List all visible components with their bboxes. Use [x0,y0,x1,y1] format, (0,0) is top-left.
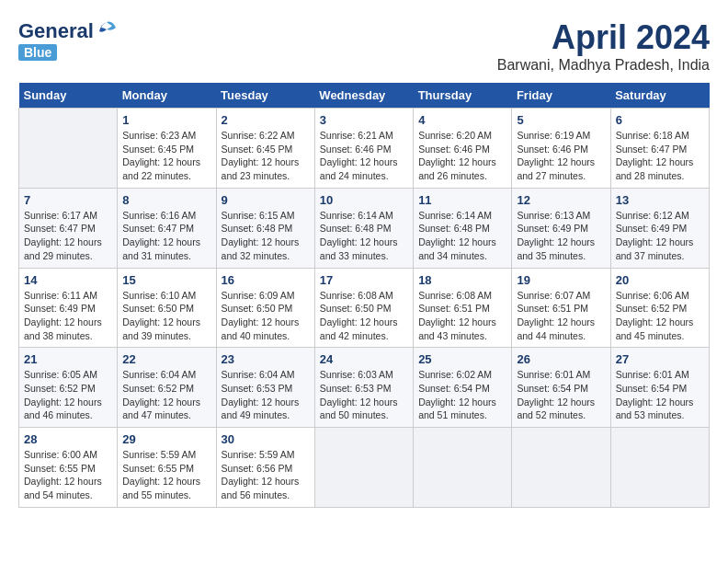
day-info: Sunrise: 5:59 AM Sunset: 6:55 PM Dayligh… [122,448,210,502]
day-number: 10 [320,193,408,207]
calendar-cell [414,428,512,508]
calendar-cell: 15Sunrise: 6:10 AM Sunset: 6:50 PM Dayli… [118,268,216,348]
day-number: 17 [320,273,408,287]
day-info: Sunrise: 6:08 AM Sunset: 6:50 PM Dayligh… [320,289,408,343]
day-info: Sunrise: 6:01 AM Sunset: 6:54 PM Dayligh… [517,368,605,422]
day-number: 14 [24,273,112,287]
day-info: Sunrise: 6:17 AM Sunset: 6:47 PM Dayligh… [24,209,112,263]
day-number: 25 [418,352,506,366]
day-info: Sunrise: 6:13 AM Sunset: 6:49 PM Dayligh… [517,209,605,263]
day-info: Sunrise: 6:22 AM Sunset: 6:45 PM Dayligh… [222,129,310,183]
day-number: 28 [24,432,112,446]
day-info: Sunrise: 6:09 AM Sunset: 6:50 PM Dayligh… [222,289,310,343]
day-info: Sunrise: 6:21 AM Sunset: 6:46 PM Dayligh… [320,129,408,183]
day-info: Sunrise: 6:18 AM Sunset: 6:47 PM Dayligh… [616,129,704,183]
calendar-cell: 18Sunrise: 6:08 AM Sunset: 6:51 PM Dayli… [414,268,512,348]
day-number: 21 [24,352,112,366]
title-block: April 2024 Barwani, Madhya Pradesh, Indi… [497,18,710,74]
day-info: Sunrise: 6:00 AM Sunset: 6:55 PM Dayligh… [24,448,112,502]
calendar-cell: 4Sunrise: 6:20 AM Sunset: 6:46 PM Daylig… [414,109,512,189]
calendar-cell [512,428,610,508]
day-number: 9 [222,193,310,207]
day-number: 22 [122,352,210,366]
day-info: Sunrise: 6:19 AM Sunset: 6:46 PM Dayligh… [517,129,605,183]
calendar-week-row: 21Sunrise: 6:05 AM Sunset: 6:52 PM Dayli… [19,348,710,428]
day-info: Sunrise: 6:07 AM Sunset: 6:51 PM Dayligh… [517,289,605,343]
day-number: 29 [122,432,210,446]
weekday-header-sunday: Sunday [19,83,118,109]
day-number: 19 [517,273,605,287]
page-header: General Blue April 2024 Barwani, Madhya … [18,18,710,74]
calendar-cell: 23Sunrise: 6:04 AM Sunset: 6:53 PM Dayli… [216,348,314,428]
weekday-header-thursday: Thursday [414,83,512,109]
logo-general: General [18,19,94,43]
calendar-cell: 25Sunrise: 6:02 AM Sunset: 6:54 PM Dayli… [414,348,512,428]
day-number: 5 [517,113,605,127]
calendar-body: 1Sunrise: 6:23 AM Sunset: 6:45 PM Daylig… [19,109,710,508]
calendar-cell: 21Sunrise: 6:05 AM Sunset: 6:52 PM Dayli… [19,348,118,428]
logo: General Blue [18,18,119,61]
weekday-header-wednesday: Wednesday [314,83,413,109]
calendar-cell: 20Sunrise: 6:06 AM Sunset: 6:52 PM Dayli… [610,268,709,348]
day-number: 27 [616,352,704,366]
calendar-subtitle: Barwani, Madhya Pradesh, India [497,57,710,74]
weekday-header-tuesday: Tuesday [216,83,314,109]
day-number: 15 [122,273,210,287]
calendar-cell: 30Sunrise: 5:59 AM Sunset: 6:56 PM Dayli… [216,428,314,508]
day-info: Sunrise: 6:15 AM Sunset: 6:48 PM Dayligh… [222,209,310,263]
day-info: Sunrise: 6:03 AM Sunset: 6:53 PM Dayligh… [320,368,408,422]
day-info: Sunrise: 6:04 AM Sunset: 6:53 PM Dayligh… [222,368,310,422]
logo-blue-label: Blue [18,44,57,61]
day-info: Sunrise: 6:04 AM Sunset: 6:52 PM Dayligh… [122,368,210,422]
calendar-cell: 3Sunrise: 6:21 AM Sunset: 6:46 PM Daylig… [314,109,413,189]
calendar-cell: 17Sunrise: 6:08 AM Sunset: 6:50 PM Dayli… [314,268,413,348]
weekday-header-friday: Friday [512,83,610,109]
calendar-cell: 13Sunrise: 6:12 AM Sunset: 6:49 PM Dayli… [610,188,709,268]
calendar-cell: 12Sunrise: 6:13 AM Sunset: 6:49 PM Dayli… [512,188,610,268]
calendar-cell: 10Sunrise: 6:14 AM Sunset: 6:48 PM Dayli… [314,188,413,268]
logo-icon [94,18,119,44]
calendar-cell: 26Sunrise: 6:01 AM Sunset: 6:54 PM Dayli… [512,348,610,428]
day-number: 23 [222,352,310,366]
day-number: 16 [222,273,310,287]
day-info: Sunrise: 6:08 AM Sunset: 6:51 PM Dayligh… [418,289,506,343]
calendar-week-row: 1Sunrise: 6:23 AM Sunset: 6:45 PM Daylig… [19,109,710,189]
calendar-cell: 27Sunrise: 6:01 AM Sunset: 6:54 PM Dayli… [610,348,709,428]
calendar-header: SundayMondayTuesdayWednesdayThursdayFrid… [19,83,710,109]
day-info: Sunrise: 6:16 AM Sunset: 6:47 PM Dayligh… [122,209,210,263]
day-number: 20 [616,273,704,287]
calendar-cell: 29Sunrise: 5:59 AM Sunset: 6:55 PM Dayli… [118,428,216,508]
calendar-week-row: 7Sunrise: 6:17 AM Sunset: 6:47 PM Daylig… [19,188,710,268]
calendar-cell: 11Sunrise: 6:14 AM Sunset: 6:48 PM Dayli… [414,188,512,268]
weekday-header-row: SundayMondayTuesdayWednesdayThursdayFrid… [19,83,710,109]
day-info: Sunrise: 6:05 AM Sunset: 6:52 PM Dayligh… [24,368,112,422]
calendar-cell: 19Sunrise: 6:07 AM Sunset: 6:51 PM Dayli… [512,268,610,348]
day-number: 12 [517,193,605,207]
calendar-cell: 14Sunrise: 6:11 AM Sunset: 6:49 PM Dayli… [19,268,118,348]
calendar-title: April 2024 [497,18,710,57]
day-info: Sunrise: 6:11 AM Sunset: 6:49 PM Dayligh… [24,289,112,343]
day-info: Sunrise: 5:59 AM Sunset: 6:56 PM Dayligh… [222,448,310,502]
calendar-cell: 22Sunrise: 6:04 AM Sunset: 6:52 PM Dayli… [118,348,216,428]
calendar-cell: 24Sunrise: 6:03 AM Sunset: 6:53 PM Dayli… [314,348,413,428]
calendar-cell: 9Sunrise: 6:15 AM Sunset: 6:48 PM Daylig… [216,188,314,268]
calendar-cell: 28Sunrise: 6:00 AM Sunset: 6:55 PM Dayli… [19,428,118,508]
day-number: 6 [616,113,704,127]
day-info: Sunrise: 6:02 AM Sunset: 6:54 PM Dayligh… [418,368,506,422]
day-info: Sunrise: 6:12 AM Sunset: 6:49 PM Dayligh… [616,209,704,263]
weekday-header-monday: Monday [118,83,216,109]
day-info: Sunrise: 6:23 AM Sunset: 6:45 PM Dayligh… [122,129,210,183]
day-number: 3 [320,113,408,127]
day-info: Sunrise: 6:10 AM Sunset: 6:50 PM Dayligh… [122,289,210,343]
day-number: 1 [122,113,210,127]
calendar-cell: 16Sunrise: 6:09 AM Sunset: 6:50 PM Dayli… [216,268,314,348]
calendar-cell [610,428,709,508]
day-number: 8 [122,193,210,207]
calendar-cell [19,109,118,189]
day-info: Sunrise: 6:14 AM Sunset: 6:48 PM Dayligh… [320,209,408,263]
day-number: 11 [418,193,506,207]
day-number: 2 [222,113,310,127]
day-number: 24 [320,352,408,366]
weekday-header-saturday: Saturday [610,83,709,109]
calendar-week-row: 28Sunrise: 6:00 AM Sunset: 6:55 PM Dayli… [19,428,710,508]
